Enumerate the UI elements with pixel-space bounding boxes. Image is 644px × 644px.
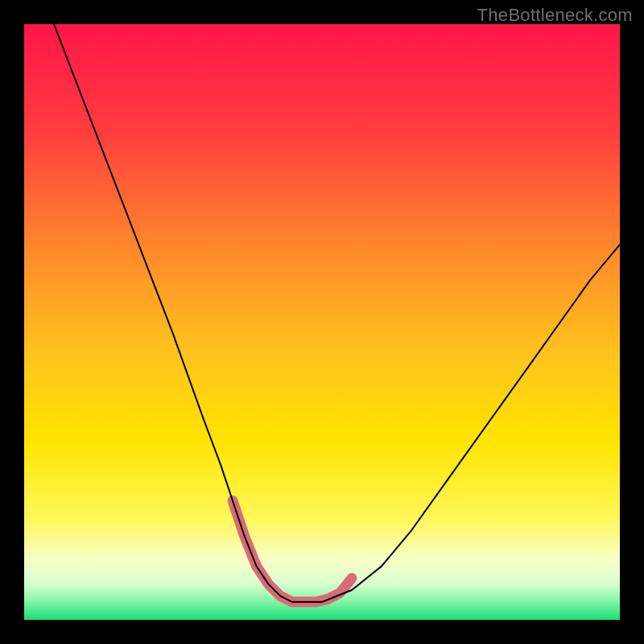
plot-background bbox=[24, 24, 620, 620]
chart-svg bbox=[0, 0, 644, 644]
watermark-label: TheBottleneck.com bbox=[477, 5, 633, 26]
chart-root: TheBottleneck.com bbox=[0, 0, 644, 644]
